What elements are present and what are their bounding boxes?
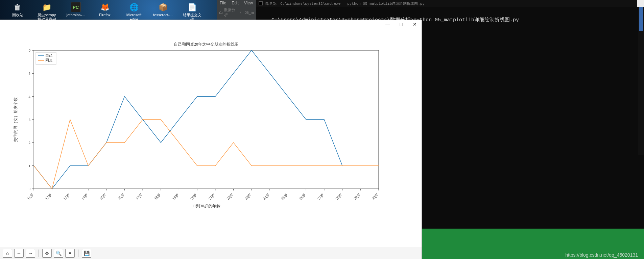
- terminal-scrollbar[interactable]: [639, 0, 644, 155]
- svg-text:25岁: 25岁: [280, 192, 288, 201]
- terminal-titlebar[interactable]: 管理员: C:\windows\system32\cmd.exe - pytho…: [256, 0, 644, 7]
- minimize-button[interactable]: —: [381, 20, 395, 29]
- svg-text:13岁: 13岁: [63, 192, 71, 201]
- svg-text:11岁: 11岁: [26, 192, 34, 201]
- editor-window: FileEditViewNav 🗀 数据分析 〉 05_m 🐍 05 matpl…: [217, 0, 256, 22]
- menu-item[interactable]: View: [241, 0, 256, 6]
- svg-text:14岁: 14岁: [80, 192, 89, 201]
- matplotlib-toolbar: ⌂←→✥🔍≡💾: [0, 247, 422, 259]
- toolbar-button[interactable]: ←: [14, 249, 24, 258]
- toolbar-button[interactable]: ≡: [65, 249, 75, 258]
- y-axis-label: 交往的男（女）朋友个数: [13, 97, 18, 142]
- toolbar-button[interactable]: 💾: [82, 249, 91, 258]
- toolbar-button[interactable]: 🔍: [54, 249, 63, 258]
- breadcrumb-folder: 数据分析: [224, 7, 238, 18]
- svg-text:5: 5: [29, 71, 31, 75]
- svg-rect-0: [34, 50, 379, 189]
- svg-text:6: 6: [29, 48, 31, 52]
- x-axis-label: 11到30岁的年龄: [192, 204, 220, 208]
- svg-text:26岁: 26岁: [299, 192, 307, 201]
- svg-text:同桌: 同桌: [45, 58, 53, 62]
- desktop-icon-label: Firefox: [94, 13, 116, 17]
- menu-item[interactable]: File: [217, 0, 229, 6]
- svg-text:27岁: 27岁: [316, 192, 325, 201]
- svg-text:1: 1: [29, 164, 31, 168]
- desktop-icon-label: 回收站: [7, 13, 28, 17]
- titlebar-edge: [637, 0, 644, 7]
- svg-text:30岁: 30岁: [371, 192, 379, 201]
- breadcrumb-file: 05_m: [244, 10, 254, 15]
- svg-text:3: 3: [29, 118, 31, 122]
- svg-text:23岁: 23岁: [244, 192, 252, 201]
- editor-menubar[interactable]: FileEditViewNav: [217, 0, 256, 6]
- svg-text:12岁: 12岁: [44, 192, 52, 201]
- toolbar-button[interactable]: ✥: [42, 249, 52, 258]
- maximize-button[interactable]: □: [395, 20, 408, 29]
- svg-text:16岁: 16岁: [117, 192, 125, 201]
- terminal-title: 管理员: C:\windows\system32\cmd.exe - pytho…: [265, 1, 425, 6]
- series-line: [34, 120, 379, 189]
- svg-text:22岁: 22岁: [226, 192, 234, 201]
- svg-text:20岁: 20岁: [190, 192, 198, 201]
- editor-breadcrumb[interactable]: 🗀 数据分析 〉 05_m: [217, 6, 256, 19]
- svg-text:自己: 自己: [45, 53, 53, 57]
- legend: 自己同桌: [36, 52, 56, 64]
- svg-text:24岁: 24岁: [262, 192, 270, 201]
- svg-text:21岁: 21岁: [208, 192, 216, 201]
- matplotlib-figure-window: — □ ✕ 自己和同桌20年之中交朋友的折线图0123456交往的男（女）朋友个…: [0, 20, 422, 259]
- series-line: [34, 50, 379, 189]
- toolbar-button[interactable]: ⌂: [3, 249, 12, 258]
- close-button[interactable]: ✕: [408, 20, 422, 29]
- svg-text:28岁: 28岁: [335, 192, 343, 201]
- svg-text:29岁: 29岁: [353, 192, 361, 201]
- folder-icon: 🗀: [219, 10, 223, 15]
- svg-text:4: 4: [29, 95, 31, 99]
- svg-text:2: 2: [29, 140, 31, 145]
- chart-area: 自己和同桌20年之中交朋友的折线图0123456交往的男（女）朋友个数11岁12…: [0, 30, 422, 233]
- cmd-icon: [259, 1, 263, 5]
- csdn-watermark: https://blog.csdn.net/qq_45020131: [565, 252, 638, 258]
- svg-text:17岁: 17岁: [135, 192, 143, 201]
- svg-text:19岁: 19岁: [171, 192, 180, 201]
- desktop-icon-label: tesseract-...: [152, 13, 174, 17]
- svg-text:15岁: 15岁: [99, 192, 107, 201]
- menu-item[interactable]: Edit: [229, 0, 241, 6]
- svg-text:0: 0: [29, 187, 31, 191]
- toolbar-button[interactable]: →: [26, 249, 35, 258]
- svg-text:18岁: 18岁: [153, 192, 161, 201]
- chart-title: 自己和同桌20年之中交朋友的折线图: [174, 42, 239, 47]
- desktop-icon-label: jetbrains-...: [65, 13, 87, 17]
